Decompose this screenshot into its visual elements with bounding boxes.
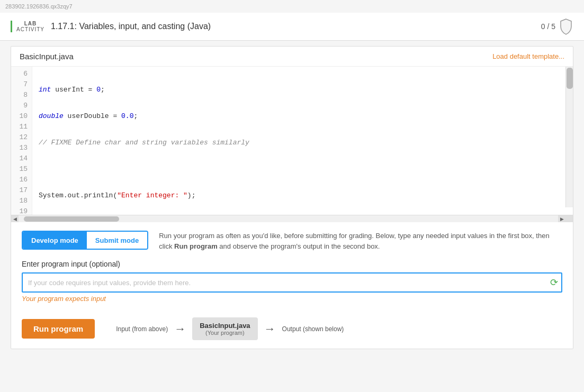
score-badge: 0 / 5 — [541, 18, 573, 35]
program-input[interactable] — [22, 272, 562, 293]
line-numbers: 6 7 8 9 10 11 12 13 14 15 16 17 18 19 20… — [11, 67, 32, 215]
submit-mode-button[interactable]: Submit mode — [87, 232, 147, 249]
mode-description: Run your program as often as you'd like,… — [159, 231, 562, 251]
vertical-scrollbar[interactable] — [565, 67, 573, 207]
scroll-corner — [565, 215, 573, 223]
run-flow: Input (from above) → BasicInput.java (Yo… — [116, 317, 344, 340]
input-wrapper: ⟳ — [22, 272, 562, 293]
mode-buttons: Develop mode Submit mode — [22, 231, 148, 250]
run-section: Run program Input (from above) → BasicIn… — [11, 311, 573, 349]
flow-program-sub: (Your program) — [200, 330, 250, 336]
page-id: 283902.1926836.qx3zqy7 — [0, 0, 584, 13]
flow-program-box: BasicInput.java (Your program) — [192, 317, 257, 340]
flow-arrow-2: → — [264, 323, 276, 335]
code-content[interactable]: int userInt = 0; double userDouble = 0.0… — [32, 67, 573, 215]
input-section: Enter program input (optional) ⟳ Your pr… — [11, 260, 573, 311]
code-header: BasicInput.java Load default template... — [11, 47, 573, 67]
h-scroll-thumb[interactable] — [24, 216, 119, 222]
main-container: BasicInput.java Load default template...… — [11, 46, 573, 349]
input-label: Enter program input (optional) — [22, 260, 562, 268]
code-title: BasicInput.java — [20, 52, 74, 61]
header-title: 1.17.1: Variables, input, and casting (J… — [51, 22, 211, 31]
scroll-right-arrow[interactable]: ▶ — [558, 215, 565, 223]
v-scrollbar-thumb[interactable] — [567, 68, 573, 89]
lab-label: LAB — [24, 21, 37, 26]
flow-arrow-1: → — [174, 323, 186, 335]
mode-section: Develop mode Submit mode Run your progra… — [11, 222, 573, 260]
develop-mode-button[interactable]: Develop mode — [23, 232, 87, 249]
run-program-button[interactable]: Run program — [22, 319, 95, 339]
activity-label: ACTIVITY — [16, 26, 44, 32]
code-editor[interactable]: 6 7 8 9 10 11 12 13 14 15 16 17 18 19 20… — [11, 67, 573, 215]
h-scroll-track[interactable] — [19, 215, 558, 223]
code-editor-area: 6 7 8 9 10 11 12 13 14 15 16 17 18 19 20… — [11, 67, 573, 222]
horizontal-scrollbar[interactable]: ◀ ▶ — [11, 215, 573, 222]
flow-input-label: Input (from above) — [116, 325, 168, 333]
scroll-left-arrow[interactable]: ◀ — [11, 215, 19, 223]
shield-icon — [559, 18, 573, 35]
score-text: 0 / 5 — [541, 22, 555, 31]
lab-badge: LAB ACTIVITY — [11, 21, 44, 32]
flow-program-name: BasicInput.java — [200, 322, 250, 330]
input-warning: Your program expects input — [22, 295, 562, 303]
header-bar: LAB ACTIVITY 1.17.1: Variables, input, a… — [0, 13, 584, 41]
header-left: LAB ACTIVITY 1.17.1: Variables, input, a… — [11, 21, 211, 32]
run-program-bold: Run program — [174, 242, 218, 250]
load-template-button[interactable]: Load default template... — [492, 52, 564, 60]
flow-output-label: Output (shown below) — [282, 325, 344, 333]
